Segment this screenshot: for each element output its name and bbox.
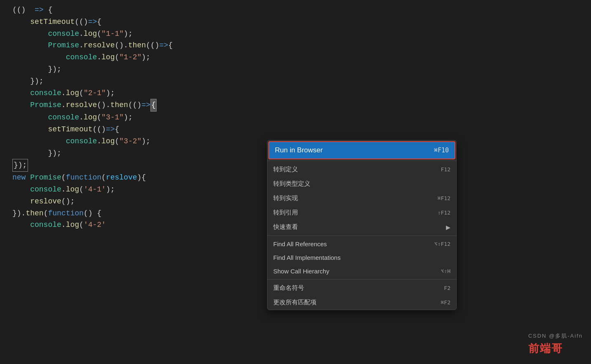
code-token: new (12, 172, 26, 184)
code-token: console (30, 184, 61, 196)
code-token: console (30, 219, 61, 231)
code-line-7: }); (12, 75, 591, 87)
code-token: then (26, 208, 43, 219)
code-token: ( (115, 51, 119, 63)
code-token: . (79, 28, 84, 40)
code-token: ( (79, 219, 84, 231)
menu-item-label: Show Call Hierarchy (273, 268, 329, 275)
code-token: Promise (30, 99, 61, 111)
code-token: reslove (106, 172, 137, 184)
code-token: }); (12, 147, 61, 159)
code-line-11: setTimeout (() => { (12, 124, 591, 135)
code-token: ); (141, 135, 150, 147)
code-line-1: (() => { (12, 4, 591, 16)
menu-item-shortcut: ⌥⇧F12 (434, 241, 450, 247)
code-token (12, 135, 66, 147)
code-token: then (128, 40, 146, 51)
code-token: ); (124, 28, 133, 40)
code-line-6: }); (12, 63, 591, 75)
code-line-8: console . log ( "2-1" ); (12, 87, 591, 99)
code-token: ( (61, 172, 66, 184)
code-token: "1-1" (101, 28, 124, 40)
code-token (26, 4, 35, 16)
code-token: => (159, 40, 169, 51)
code-token (26, 172, 30, 184)
code-token: log (101, 135, 115, 147)
code-token: '4-2' (84, 219, 106, 231)
code-token: resolve (66, 99, 97, 111)
watermark-csdn: CSDN @多肌-Aifn (528, 332, 583, 340)
code-token (12, 51, 66, 63)
code-token: resolve (84, 40, 115, 51)
menu-item-shortcut: F12 (441, 166, 450, 173)
code-token: "3-2" (119, 135, 141, 147)
code-token: . (61, 87, 66, 99)
menu-item-label: Find All References (273, 240, 327, 247)
code-token: log (101, 51, 115, 63)
code-token: function (66, 172, 101, 184)
code-token: }); (12, 159, 28, 172)
code-token: (). (97, 99, 110, 111)
code-token: log (84, 28, 97, 40)
code-token: (() (92, 124, 106, 135)
code-token: { (97, 16, 101, 28)
menu-item-find-all-references[interactable]: Find All References ⌥⇧F12 (267, 237, 456, 251)
menu-item-run-in-browser[interactable]: Run in Browser ⌘F10 (268, 141, 455, 159)
code-token: => (106, 124, 115, 135)
code-token: log (84, 112, 97, 124)
code-token: ); (124, 112, 133, 124)
code-token: "2-1" (84, 87, 106, 99)
menu-item-shortcut: ⇧F12 (438, 210, 450, 216)
context-menu: Run in Browser ⌘F10 转到定义 F12 转到类型定义 转到实现… (267, 140, 457, 310)
menu-item-goto-type-definition[interactable]: 转到类型定义 (267, 177, 456, 191)
code-token (12, 87, 30, 99)
code-token: console (66, 135, 97, 147)
code-token: { (44, 4, 53, 16)
code-token: . (61, 99, 66, 111)
code-token: console (30, 87, 61, 99)
menu-item-quick-look[interactable]: 快速查看 ▶ (267, 220, 456, 234)
menu-item-label: 转到实现 (273, 194, 298, 202)
code-token: ); (106, 87, 115, 99)
code-token: => (35, 4, 44, 16)
code-token: ){ (137, 172, 146, 184)
code-token: (() (75, 16, 88, 28)
code-token: then (110, 99, 128, 111)
menu-item-label: 转到定义 (273, 166, 298, 173)
code-token (12, 219, 30, 231)
code-token: reslove (30, 196, 61, 208)
code-token: => (88, 16, 97, 28)
menu-item-goto-references[interactable]: 转到引用 ⇧F12 (267, 205, 456, 220)
menu-item-show-call-hierarchy[interactable]: Show Call Hierarchy ⌥⇧H (267, 264, 456, 278)
code-token: => (141, 99, 150, 111)
code-token: ( (115, 135, 119, 147)
menu-item-label: 转到引用 (273, 209, 298, 217)
code-token: (() (128, 99, 141, 111)
code-token: ( (44, 208, 48, 219)
code-token (12, 196, 30, 208)
menu-item-goto-implementation[interactable]: 转到实现 ⌘F12 (267, 191, 456, 205)
menu-item-change-all-occurrences[interactable]: 更改所有匹配项 ⌘F2 (267, 295, 456, 310)
code-token: "3-1" (101, 112, 124, 124)
code-token (12, 28, 48, 40)
menu-item-shortcut: ⌘F2 (441, 299, 450, 306)
code-token: log (66, 87, 79, 99)
code-token: { (168, 40, 173, 51)
code-token: . (79, 40, 84, 51)
menu-item-find-all-implementations[interactable]: Find All Implementations (267, 251, 456, 264)
code-token: (); (61, 196, 75, 208)
chevron-right-icon: ▶ (446, 224, 450, 231)
code-token: . (79, 112, 84, 124)
code-line-4: Promise . resolve (). then (() => { (12, 40, 591, 51)
code-token: ( (97, 112, 101, 124)
menu-item-shortcut: F2 (444, 285, 450, 291)
code-token: console (66, 51, 97, 63)
code-token: . (97, 135, 101, 147)
code-line-5: console . log ( "1-2" ); (12, 51, 591, 63)
code-token: }). (12, 208, 26, 219)
menu-item-rename-symbol[interactable]: 重命名符号 F2 (267, 281, 456, 295)
code-token: Promise (48, 40, 79, 51)
menu-item-goto-definition[interactable]: 转到定义 F12 (267, 162, 456, 177)
code-line-3: console . log ( "1-1" ); (12, 28, 591, 40)
menu-divider-2 (267, 236, 456, 236)
